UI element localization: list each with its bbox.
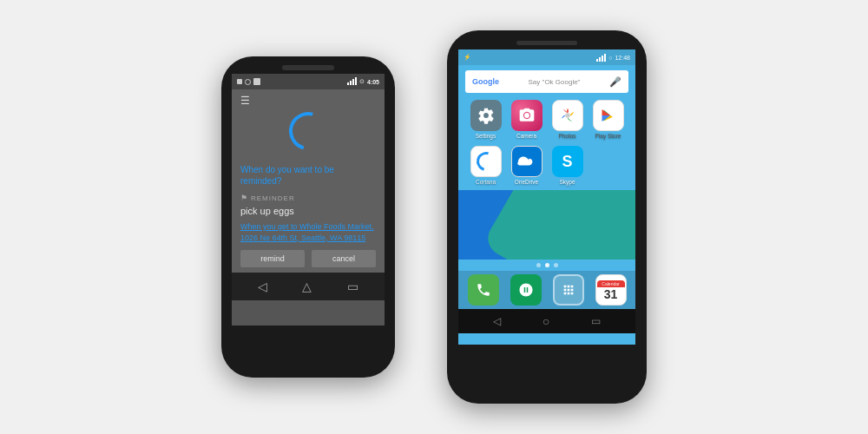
phone2-recents-button[interactable]: ▭: [591, 315, 601, 327]
svg-point-0: [524, 113, 529, 118]
phone2-speaker: [516, 41, 577, 45]
settings-icon: [470, 100, 502, 131]
say-ok-google-text: Say "Ok Google": [529, 78, 581, 86]
dot-3: [554, 263, 558, 267]
phone2-screen: ⚡ ○ 12:48 Google Say "Ok Google" 🎤: [458, 49, 635, 345]
phone1-left-status-icons: [237, 78, 260, 85]
reminder-label-text: REMINDER: [251, 194, 295, 202]
app-dock: Calendar 31: [458, 271, 635, 309]
phone1-screen: ⊙ 4:05 ☰ When do you want to be reminded…: [232, 74, 385, 326]
app-cortana[interactable]: Cortana: [467, 146, 504, 185]
playstore-icon: [593, 100, 624, 131]
phone1-wifi-bars: ⊙: [359, 78, 365, 85]
cancel-button[interactable]: cancel: [312, 250, 376, 267]
cortana-icon: [470, 146, 502, 177]
phone1-status-bar: ⊙ 4:05: [232, 74, 385, 89]
bluetooth-icon: ⚡: [464, 54, 471, 61]
phone1-time: 4:05: [367, 79, 379, 85]
dock-phone[interactable]: [464, 274, 503, 306]
phone2-nav-bar: ◁ ○ ▭: [458, 309, 635, 333]
app-photos[interactable]: Photos: [549, 100, 586, 139]
phone2-status-bar: ⚡ ○ 12:48: [458, 49, 635, 65]
recents-button[interactable]: ▭: [347, 279, 358, 293]
dock-apps[interactable]: [549, 274, 588, 306]
reminder-row: ⚑ REMINDER: [240, 194, 376, 202]
location-link[interactable]: When you get to Whole Foods Market, 1026…: [240, 221, 376, 243]
task-text: pick up eggs: [240, 206, 376, 216]
skype-icon: S: [552, 146, 583, 177]
app-onedrive[interactable]: OneDrive: [508, 146, 545, 185]
home-button[interactable]: △: [302, 279, 312, 293]
app-skype[interactable]: S Skype: [549, 146, 586, 185]
dock-grid: Calendar 31: [464, 274, 630, 306]
phone1-right-status: ⊙ 4:05: [347, 77, 379, 86]
phone1-signal-bars: [347, 77, 357, 86]
phone1-signal-icon: [245, 79, 251, 85]
onedrive-icon: [511, 146, 542, 177]
empty-slot: [589, 146, 627, 185]
cortana-ring-logo: [282, 105, 334, 157]
cortana-content-area: ☰ When do you want to be reminded? ⚑ REM…: [232, 89, 385, 273]
phone2-left-icons: ⚡: [464, 54, 471, 61]
mic-icon[interactable]: 🎤: [609, 76, 621, 88]
cortana-app-label: Cortana: [476, 179, 496, 185]
settings-label: Settings: [476, 133, 496, 139]
apps-icon: [553, 274, 584, 306]
notification-icon: [237, 79, 242, 84]
camera-icon: [511, 100, 542, 131]
cortana-question-text: When do you want to be reminded?: [240, 164, 376, 187]
google-brand-text: Google: [472, 77, 499, 86]
google-search-bar[interactable]: Google Say "Ok Google" 🎤: [465, 70, 628, 93]
dot-1: [536, 263, 541, 267]
phone-android: ⚡ ○ 12:48 Google Say "Ok Google" 🎤: [447, 30, 647, 404]
phone1-wifi-icon: [253, 78, 260, 85]
phone-cortana: ⊙ 4:05 ☰ When do you want to be reminded…: [221, 56, 395, 378]
hamburger-icon[interactable]: ☰: [240, 95, 376, 107]
phone2-wifi-icon: ○: [608, 55, 612, 61]
dialog-buttons: remind cancel: [240, 250, 376, 267]
material-design-bg: [458, 190, 635, 260]
photos-label: Photos: [558, 133, 575, 139]
back-button[interactable]: ◁: [258, 279, 267, 293]
phone2-back-button[interactable]: ◁: [493, 315, 501, 327]
dock-hangouts[interactable]: [506, 274, 545, 306]
phone1-speaker: [282, 65, 334, 70]
skype-label: Skype: [559, 179, 575, 185]
page-indicator: [458, 263, 635, 267]
app-grid-row2: Cortana OneDrive S Skype: [458, 144, 635, 190]
app-settings[interactable]: Settings: [467, 100, 504, 139]
app-playstore[interactable]: Play Store: [589, 100, 627, 139]
phone1-nav-bar: ◁ △ ▭: [232, 273, 385, 300]
remind-button[interactable]: remind: [240, 250, 305, 267]
phone2-right-icons: ○ 12:48: [596, 54, 630, 62]
phone2-home-button[interactable]: ○: [542, 314, 549, 328]
photos-icon: [552, 100, 583, 131]
camera-label: Camera: [516, 133, 536, 139]
dot-2-active: [545, 263, 549, 267]
dock-calendar[interactable]: Calendar 31: [591, 274, 630, 306]
playstore-label: Play Store: [595, 133, 621, 139]
calendar-icon: Calendar 31: [595, 274, 627, 306]
app-grid-row1: Settings Camera: [458, 98, 635, 144]
phone2-time: 12:48: [615, 55, 630, 61]
onedrive-label: OneDrive: [515, 179, 538, 185]
flag-icon: ⚑: [240, 194, 247, 202]
phone-icon: [468, 274, 499, 306]
app-camera[interactable]: Camera: [508, 100, 545, 139]
hangouts-icon: [510, 274, 542, 306]
